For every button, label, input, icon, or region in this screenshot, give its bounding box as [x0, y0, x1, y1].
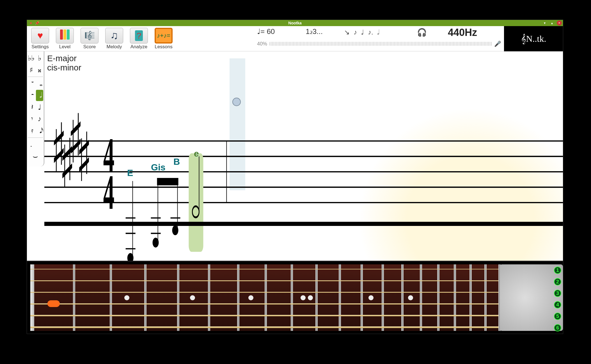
volume-label: 40% — [257, 41, 267, 47]
fret-line — [315, 264, 318, 331]
score-icon: 🎼 — [84, 31, 95, 40]
double-sharp-button[interactable]: 𝄪 — [36, 64, 43, 75]
score-canvas[interactable]: E-major cis-minor ♯ ♯ ♯ ♯ — [44, 51, 563, 261]
fret-line — [484, 264, 487, 331]
svg-text:♯: ♯ — [77, 121, 91, 196]
string-number[interactable]: 3 — [554, 290, 561, 297]
maximize-button[interactable]: ▴ — [549, 20, 555, 26]
fret-dot — [368, 295, 374, 300]
note-value-icon[interactable]: ♩ — [361, 28, 364, 36]
melody-icon: ♫ — [110, 29, 118, 42]
guitar-string[interactable] — [30, 292, 498, 293]
fret-line — [144, 264, 146, 331]
score-label: Score — [78, 44, 101, 50]
key-signature-label: E-major cis-minor — [47, 54, 81, 72]
close-button[interactable]: × — [557, 20, 562, 26]
volume-meter: 40% 🎤 — [257, 40, 501, 48]
finger-marker[interactable] — [47, 300, 60, 307]
guitar-string[interactable] — [30, 269, 498, 269]
fret-line — [177, 264, 179, 331]
level-button[interactable]: Level — [53, 28, 76, 50]
guitar-string[interactable] — [30, 280, 498, 281]
fret-line — [469, 264, 472, 331]
main-area: ♭♭ ♭ ♯ 𝄪 𝄻 𝅝 𝄼 𝅗𝅥 𝄽 ♩ 𝄾 ♪ — [27, 51, 563, 261]
blank-button[interactable] — [36, 139, 43, 150]
analyze-button[interactable]: ? Analyze — [127, 28, 150, 50]
lessons-label: Lessons — [152, 44, 175, 50]
string-number[interactable]: 5 — [554, 313, 561, 320]
analyze-label: Analyze — [127, 44, 150, 50]
counting-display[interactable]: 1₂3... — [306, 27, 323, 36]
analyze-icon: ? — [135, 30, 143, 41]
level-icon — [60, 29, 70, 42]
tempo-display[interactable]: ♩= 60 — [257, 27, 275, 36]
double-flat-button[interactable]: ♭♭ — [28, 52, 35, 64]
quarter-note-button[interactable]: ♩ — [36, 102, 43, 113]
lessons-button[interactable]: ♪+♪= Lessons — [152, 28, 175, 50]
lessons-icon: ♪+♪= — [157, 32, 170, 39]
flat-button[interactable]: ♭ — [36, 52, 43, 64]
fret-line — [401, 264, 404, 331]
logo-text: 𝄞N..tk. — [521, 34, 546, 44]
fret-line — [265, 264, 267, 331]
whole-rest-button[interactable]: 𝄻 — [28, 78, 35, 89]
fretboard[interactable]: 123456 — [27, 261, 563, 334]
heart-icon: ♥ — [37, 30, 43, 41]
fret-area[interactable] — [30, 264, 498, 331]
fret-line — [339, 264, 341, 331]
string-number[interactable]: 1 — [554, 267, 561, 274]
string-number[interactable]: 2 — [554, 278, 561, 285]
note-value-icon[interactable]: ♪. — [368, 28, 373, 36]
string-number[interactable]: 4 — [554, 301, 561, 308]
sharp-button[interactable]: ♯ — [28, 64, 35, 75]
app-window: ♥ 📌 Nootka ▾ ▴ × ♥ Settings Level 🎼 Scor… — [27, 20, 563, 334]
settings-button[interactable]: ♥ Settings — [29, 28, 52, 50]
melody-button[interactable]: ♫ Melody — [103, 28, 126, 50]
note-value-icon[interactable]: ♪ — [354, 28, 357, 36]
rhythm-picker[interactable]: ↘ ♪ ♩ ♪. 𝅗𝅥 — [344, 28, 377, 36]
dot-button[interactable]: . — [28, 139, 35, 150]
note-palette: ♭♭ ♭ ♯ 𝄪 𝄻 𝅝 𝄼 𝅗𝅥 𝄽 ♩ 𝄾 ♪ — [27, 51, 44, 166]
sixteenth-rest-button[interactable]: 𝄿 — [28, 125, 35, 136]
fret-dot — [248, 295, 253, 300]
sixteenth-note-button[interactable]: 𝅘𝅥𝅯 — [36, 125, 43, 136]
fret-line — [361, 264, 363, 331]
note-value-icon[interactable]: ↘ — [344, 28, 350, 36]
string-number[interactable]: 6 — [554, 324, 561, 331]
note-label: Gis — [151, 162, 166, 173]
microphone-icon[interactable]: 🎤 — [494, 40, 501, 47]
key-minor: cis-minor — [47, 63, 81, 72]
headphones-icon[interactable]: 🎧 — [417, 28, 427, 37]
volume-track[interactable] — [269, 42, 492, 46]
tuning-pitch[interactable]: 440Hz — [448, 27, 477, 38]
guitar-string[interactable] — [30, 303, 498, 305]
window-title: Nootka — [288, 21, 301, 25]
pin-icon[interactable]: 📌 — [35, 21, 39, 25]
guitar-string[interactable] — [30, 326, 498, 328]
quarter-rest-button[interactable]: 𝄽 — [28, 102, 35, 113]
score-button[interactable]: 🎼 Score — [78, 28, 101, 50]
fret-line — [420, 264, 422, 331]
half-note-button[interactable]: 𝅗𝅥 — [36, 90, 43, 101]
fret-line — [110, 264, 112, 331]
svg-rect-25 — [157, 178, 178, 185]
staff-secondary[interactable] — [44, 203, 563, 261]
titlebar: ♥ 📌 Nootka ▾ ▴ × — [27, 20, 563, 26]
fret-dot — [190, 295, 195, 300]
melody-label: Melody — [103, 44, 126, 50]
settings-label: Settings — [29, 44, 52, 50]
fret-line — [73, 264, 75, 331]
whole-note-button[interactable]: 𝅝 — [36, 78, 43, 89]
tie-button[interactable]: ⌣ — [28, 151, 43, 162]
half-rest-button[interactable]: 𝄼 — [28, 90, 35, 101]
note-label: e — [194, 148, 199, 159]
minimize-button[interactable]: ▾ — [542, 20, 547, 26]
eighth-rest-button[interactable]: 𝄾 — [28, 113, 35, 125]
fret-line — [454, 264, 456, 331]
fret-dot — [308, 295, 313, 300]
nut — [30, 264, 34, 331]
headstock — [500, 264, 563, 331]
guitar-string[interactable] — [30, 315, 498, 316]
app-heart-icon: ♥ — [29, 21, 33, 25]
eighth-note-button[interactable]: ♪ — [36, 113, 43, 125]
